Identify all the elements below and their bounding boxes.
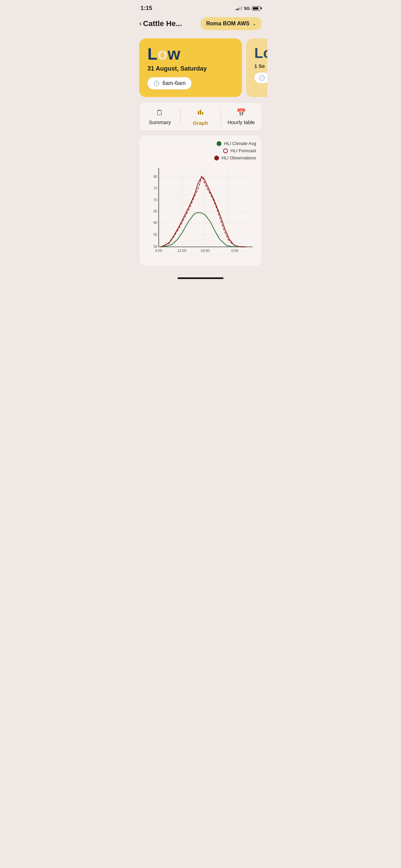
svg-text:80: 80 [154, 175, 158, 179]
date-card-1[interactable]: Low 31 August, Saturday 🕐 6am-6am [139, 38, 242, 97]
svg-text:0:00: 0:00 [231, 249, 239, 253]
location-selector-button[interactable]: Roma BOM AWS ⌄ [200, 17, 262, 30]
status-icons: 5G [236, 6, 260, 11]
date-label-2: 1 Se [254, 63, 267, 69]
home-bar [178, 277, 223, 279]
legend-dot-climate [217, 141, 221, 146]
svg-rect-0 [198, 111, 199, 114]
svg-text:50: 50 [154, 245, 158, 249]
tab-summary-label: Summary [149, 119, 171, 125]
legend-dot-observations [214, 156, 219, 160]
date-label-1: 31 August, Saturday [147, 65, 234, 72]
svg-text:55: 55 [154, 233, 158, 237]
graph-icon [196, 108, 205, 118]
back-arrow-icon: ‹ [139, 19, 142, 28]
risk-level-2: Lo [254, 46, 267, 60]
svg-text:75: 75 [154, 186, 158, 190]
svg-text:12:00: 12:00 [178, 249, 186, 253]
tab-graph[interactable]: Graph [180, 103, 221, 131]
clock-icon-2: 🕐 [259, 75, 265, 81]
chart-area: 80 75 70 65 60 55 50 6:00 12:00 18:00 0:… [145, 165, 256, 261]
time-badge-2: 🕐 [254, 72, 267, 83]
nav-header: ‹ Cattle He... Roma BOM AWS ⌄ [134, 14, 267, 34]
date-card-2[interactable]: Lo 1 Se 🕐 [246, 38, 267, 97]
svg-text:65: 65 [154, 209, 158, 213]
chevron-down-icon: ⌄ [252, 21, 256, 26]
legend-climate: HLI Climate Avg [217, 141, 256, 146]
status-bar: 1:15 5G [134, 0, 267, 14]
tab-summary[interactable]: 🗒 Summary [139, 103, 180, 131]
svg-rect-2 [202, 112, 203, 114]
time-badge-1: 🕐 6am-6am [147, 77, 192, 89]
legend-observations: HLI Observations [214, 155, 256, 160]
page-title: Cattle He... [143, 19, 182, 28]
hourly-icon: 📅 [236, 108, 246, 117]
graph-container: HLI Climate Avg HLI Forecast HLI Observa… [139, 135, 262, 266]
tab-hourly[interactable]: 📅 Hourly table [221, 103, 262, 131]
legend-label-observations: HLI Observations [222, 155, 256, 160]
chart-legend: HLI Climate Avg HLI Forecast HLI Observa… [145, 141, 256, 160]
home-indicator [134, 272, 267, 282]
svg-rect-1 [200, 110, 201, 114]
tab-graph-label: Graph [193, 120, 208, 126]
back-button[interactable]: ‹ Cattle He... [139, 19, 182, 28]
location-label: Roma BOM AWS [206, 21, 250, 27]
status-time: 1:15 [141, 5, 152, 12]
svg-text:6:00: 6:00 [155, 249, 162, 253]
svg-text:18:00: 18:00 [200, 249, 209, 253]
battery-icon [252, 6, 260, 11]
time-text-1: 6am-6am [162, 80, 186, 86]
clock-icon-1: 🕐 [153, 80, 160, 86]
tab-bar: 🗒 Summary Graph 📅 Hourly table [139, 103, 262, 131]
legend-label-forecast: HLI Forecast [231, 148, 256, 153]
cards-container: Low 31 August, Saturday 🕐 6am-6am Lo 1 S… [134, 34, 267, 101]
legend-dot-forecast [223, 148, 228, 153]
risk-level-1: Low [147, 46, 234, 62]
svg-text:60: 60 [154, 221, 158, 225]
legend-label-climate: HLI Climate Avg [224, 141, 256, 146]
legend-forecast: HLI Forecast [223, 148, 256, 153]
svg-text:70: 70 [154, 198, 158, 202]
signal-icon [236, 6, 242, 10]
chart-svg: 80 75 70 65 60 55 50 6:00 12:00 18:00 0:… [145, 165, 256, 259]
tab-hourly-label: Hourly table [228, 119, 255, 125]
summary-icon: 🗒 [156, 108, 163, 117]
network-label: 5G [244, 6, 250, 11]
